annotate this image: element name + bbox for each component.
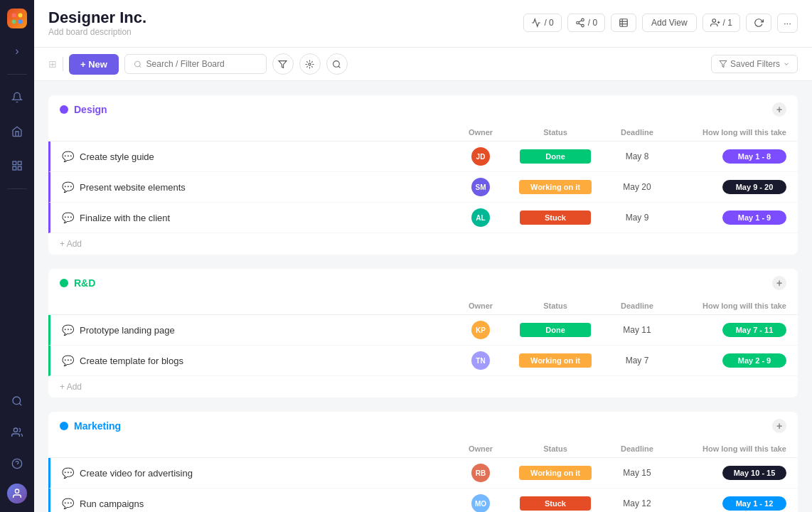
svg-rect-7 [13, 166, 16, 170]
filter-button-2[interactable] [299, 53, 321, 75]
group-add-button[interactable]: + [772, 419, 786, 433]
filter-button-3[interactable] [326, 53, 348, 75]
deadline-cell: May 20 [602, 182, 673, 192]
chat-icon[interactable]: 💬 [62, 151, 74, 162]
chat-icon[interactable]: 💬 [62, 181, 74, 193]
status-cell: Stuck [509, 496, 602, 511]
group-color-dot [60, 105, 68, 114]
status-cell: Working on it [509, 466, 602, 480]
owner-avatar[interactable]: MO [471, 494, 490, 512]
task-row: 💬 Finalize with the client AL Stuck May … [48, 203, 798, 233]
col-owner: Owner [452, 444, 509, 453]
chat-icon[interactable]: 💬 [62, 355, 74, 366]
sidebar-help-icon[interactable] [6, 452, 28, 475]
owner-cell: AL [452, 208, 509, 227]
table-view-icon[interactable] [611, 14, 636, 32]
svg-marker-28 [279, 60, 287, 68]
toolbar: ⊞ + New Saved Filters [34, 48, 812, 81]
sidebar-notifications-icon[interactable] [6, 86, 28, 109]
col-owner: Owner [452, 302, 509, 310]
svg-rect-5 [18, 161, 21, 165]
board-content: Design + Owner Status Deadline How long … [34, 81, 812, 512]
group-name: Marketing [74, 420, 121, 432]
status-badge[interactable]: Stuck [520, 210, 591, 225]
svg-point-2 [12, 20, 16, 24]
chat-icon[interactable]: 💬 [62, 467, 74, 479]
chat-icon[interactable]: 💬 [62, 498, 74, 509]
status-badge[interactable]: Working on it [519, 180, 592, 194]
duration-cell: May 7 - 11 [673, 323, 786, 337]
chat-icon[interactable]: 💬 [62, 212, 74, 223]
status-badge[interactable]: Stuck [520, 496, 591, 511]
group-add-button[interactable]: + [772, 276, 786, 290]
deadline-cell: May 15 [602, 468, 673, 478]
share-button[interactable]: / 0 [567, 14, 605, 32]
owner-cell: MO [452, 494, 509, 512]
deadline-cell: May 11 [602, 325, 673, 335]
task-label: Create style guide [80, 151, 154, 162]
col-duration: How long will this take [673, 128, 786, 137]
app-logo[interactable] [7, 9, 27, 28]
group-name: Design [74, 104, 107, 115]
toolbar-divider [63, 57, 63, 71]
group-design-columns: Owner Status Deadline How long will this… [48, 124, 798, 142]
deadline-cell: May 7 [602, 356, 673, 366]
owner-avatar[interactable]: KP [471, 321, 490, 339]
duration-badge: May 1 - 8 [722, 149, 786, 164]
user-avatar[interactable] [7, 484, 27, 503]
sidebar-bottom [6, 390, 28, 503]
task-name: 💬 Run campaigns [62, 498, 452, 509]
deadline-cell: May 9 [602, 213, 673, 223]
group-marketing-columns: Owner Status Deadline How long will this… [48, 440, 798, 458]
chat-icon[interactable]: 💬 [62, 324, 74, 336]
sidebar-boards-icon[interactable] [6, 154, 28, 177]
search-input[interactable] [146, 59, 257, 69]
task-name: 💬 Prototype landing page [62, 324, 452, 336]
status-badge[interactable]: Done [520, 149, 591, 164]
new-button[interactable]: + New [69, 54, 119, 75]
status-badge[interactable]: Working on it [519, 466, 592, 480]
filter-button-1[interactable] [272, 53, 294, 75]
owner-avatar[interactable]: JD [471, 147, 490, 166]
task-row: 💬 Present website elements SM Working on… [48, 172, 798, 203]
sidebar-team-icon[interactable] [6, 421, 28, 444]
task-row: 💬 Create style guide JD Done May 8 May 1… [48, 142, 798, 172]
svg-point-16 [581, 24, 584, 27]
owner-avatar[interactable]: AL [471, 208, 490, 227]
status-badge[interactable]: Working on it [519, 353, 592, 368]
col-owner: Owner [452, 128, 509, 137]
refresh-icon[interactable] [746, 14, 771, 32]
svg-point-3 [18, 20, 23, 24]
svg-point-26 [134, 61, 140, 67]
group-design-add-row[interactable]: + Add [48, 233, 798, 255]
add-view-button[interactable]: Add View [642, 14, 696, 32]
sidebar-search-icon[interactable] [6, 390, 28, 412]
status-cell: Done [509, 149, 602, 164]
share-count: / 0 [588, 18, 597, 28]
saved-filters-dropdown[interactable]: Saved Filters [711, 55, 798, 73]
sidebar-collapse-btn[interactable]: › [6, 40, 28, 63]
task-label: Run campaigns [80, 498, 144, 509]
owner-avatar[interactable]: SM [471, 178, 490, 196]
group-marketing: Marketing + Owner Status Deadline How lo… [48, 412, 798, 512]
owner-avatar[interactable]: RB [471, 464, 490, 482]
group-rnd-add-row[interactable]: + Add [48, 376, 798, 398]
saved-filters-label: Saved Filters [730, 59, 780, 69]
task-label: Create video for advertising [80, 468, 193, 479]
owner-cell: KP [452, 321, 509, 339]
task-name: 💬 Create template for blogs [62, 355, 452, 366]
more-options-button[interactable]: ··· [777, 14, 798, 33]
duration-cell: May 9 - 20 [673, 180, 786, 194]
svg-line-17 [579, 23, 582, 25]
svg-rect-4 [13, 161, 16, 165]
group-add-button[interactable]: + [772, 102, 786, 117]
status-cell: Working on it [509, 180, 602, 194]
status-badge[interactable]: Done [520, 323, 591, 337]
activity-button[interactable]: / 0 [523, 14, 561, 32]
sidebar-home-icon[interactable] [6, 120, 28, 143]
svg-point-1 [18, 14, 23, 18]
svg-point-15 [576, 21, 579, 24]
duration-badge: May 7 - 11 [722, 323, 786, 337]
owner-avatar[interactable]: TN [471, 351, 490, 370]
invite-button[interactable]: / 1 [703, 14, 740, 32]
